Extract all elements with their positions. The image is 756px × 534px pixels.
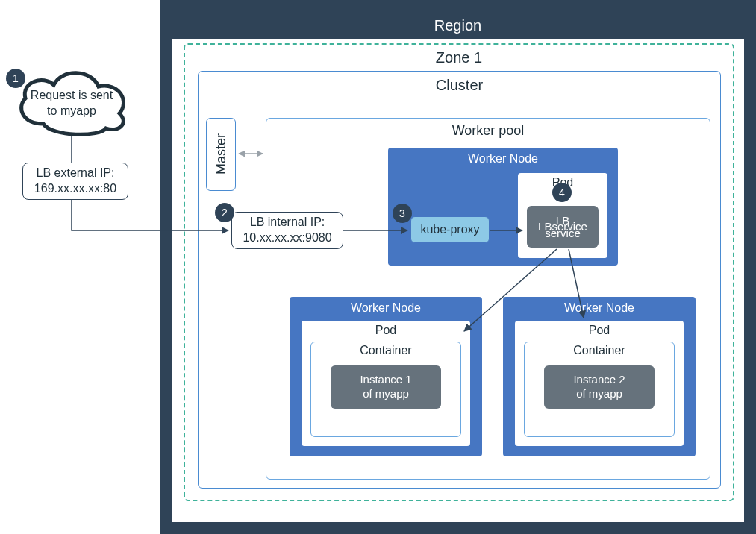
- step-badge-2: 2: [215, 203, 234, 222]
- instance-left: Instance 1 of myapp: [331, 365, 441, 409]
- instance-right-line1: Instance 2: [573, 373, 625, 387]
- cloud-text: Request is sent to myapp: [19, 88, 124, 119]
- step-badge-3: 3: [393, 204, 412, 223]
- instance-right-line2: of myapp: [576, 387, 622, 401]
- zone-label: Zone 1: [184, 48, 734, 67]
- workernode-left-label: Worker Node: [290, 297, 482, 318]
- master-label: Master: [213, 134, 229, 175]
- region-label: Region: [172, 12, 744, 39]
- instance-right: Instance 2 of myapp: [544, 365, 655, 409]
- container-left-label: Container: [311, 342, 460, 357]
- lb-external-line1: LB external IP:: [37, 166, 115, 181]
- pod-left-label: Pod: [302, 321, 470, 337]
- master-box: Master: [206, 118, 236, 191]
- lb-internal-line1: LB internal IP:: [250, 215, 325, 230]
- step-badge-1: 1: [6, 69, 25, 88]
- workerpool-label: Worker pool: [266, 122, 710, 139]
- cloud-text-line1: Request is sent: [19, 88, 124, 104]
- instance-left-line1: Instance 1: [360, 373, 411, 387]
- cloud-text-line2: to myapp: [19, 104, 124, 119]
- instance-left-line2: of myapp: [363, 387, 409, 401]
- lb-internal-ip: LB internal IP: 10.xx.xx.xx:9080: [231, 212, 343, 249]
- pod-right-label: Pod: [515, 321, 684, 337]
- workernode-top-label: Worker Node: [388, 148, 618, 169]
- container-right-label: Container: [525, 342, 674, 357]
- lb-external-line2: 169.xx.xx.xx:80: [34, 181, 116, 197]
- cluster-label: Cluster: [198, 76, 721, 94]
- kube-proxy-chip: kube-proxy: [410, 216, 490, 243]
- lb-external-ip: LB external IP: 169.xx.xx.xx:80: [22, 163, 128, 200]
- workernode-right-label: Worker Node: [503, 297, 696, 318]
- lb-service-line1: LB: [538, 220, 552, 233]
- step-badge-4: 4: [552, 183, 572, 202]
- lb-internal-line2: 10.xx.xx.xx:9080: [243, 230, 331, 246]
- lb-service-chip: LB service: [527, 206, 599, 248]
- lb-service-line2: service: [552, 220, 587, 233]
